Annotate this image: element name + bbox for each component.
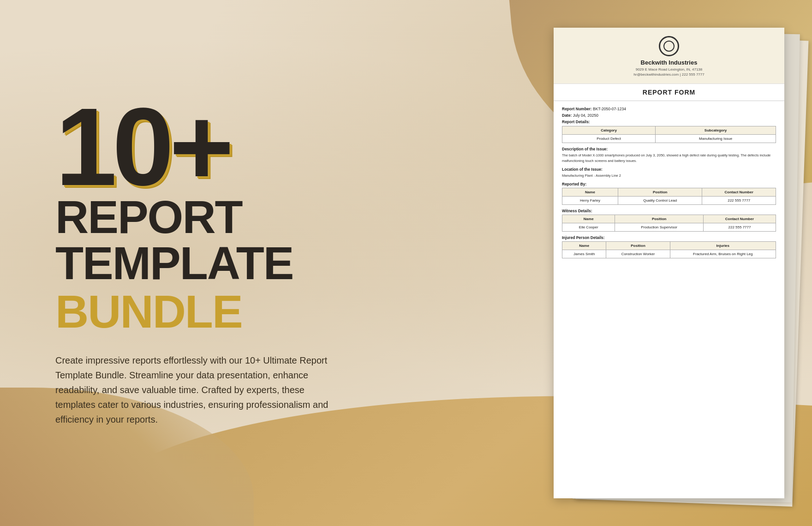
report-details-field: Report Details: — [562, 120, 776, 124]
left-section: 10 + REPORT TEMPLATE BUNDLE Create impre… — [28, 0, 388, 526]
report-number-value: BKT-2050-07-1234 — [593, 107, 626, 111]
injured-name-header: Name — [562, 242, 606, 250]
hero-number: 10 — [55, 100, 169, 194]
doc-header: Beckwith Industries 9029 E Mace Road Lex… — [554, 28, 784, 84]
report-number-field: Report Number: BKT-2050-07-1234 — [562, 107, 776, 111]
date-value: July 04, 20250 — [573, 113, 598, 118]
category-header: Category — [562, 126, 656, 135]
right-section: Beckwith Industries 9029 E Mace Road Lex… — [554, 28, 794, 498]
description-text: The batch of Model X-1000 smartphones pr… — [562, 153, 776, 163]
table-row: Herry Farley Quality Control Lead 222 55… — [562, 197, 776, 205]
injured-name-value: James Smith — [562, 250, 606, 258]
witness-position-value: Production Supervisor — [615, 223, 703, 232]
description-title: Description of the Issue: — [562, 147, 776, 151]
company-contact: hr@beckwithindustries.com | 222 555 7777 — [563, 72, 775, 77]
injured-table: Name Position Injuries James Smith Const… — [562, 241, 776, 258]
injured-position-value: Construction Worker — [606, 250, 670, 258]
injured-injuries-header: Injuries — [670, 242, 776, 250]
table-row: James Smith Construction Worker Fracture… — [562, 250, 776, 258]
hero-template-line: TEMPLATE — [55, 240, 360, 286]
reported-position-value: Quality Control Lead — [618, 197, 702, 205]
hero-report-line: REPORT — [55, 194, 360, 240]
location-text: Manufacturing Plant - Assembly Line 2 — [562, 173, 776, 178]
logo-inner-circle — [663, 41, 675, 52]
injured-position-header: Position — [606, 242, 670, 250]
reported-position-header: Position — [618, 188, 702, 197]
hero-bundle-text: BUNDLE — [55, 286, 242, 337]
date-label: Date: — [562, 113, 572, 118]
category-table: Category Subcategory Product Defect Manu… — [562, 126, 776, 143]
hero-report-text: REPORT — [55, 191, 242, 243]
location-title: Location of the Issue: — [562, 167, 776, 172]
hero-bundle-line: BUNDLE — [55, 288, 360, 335]
table-row: Elle Cooper Production Supervisor 222 55… — [562, 223, 776, 232]
witness-table: Name Position Contact Number Elle Cooper… — [562, 215, 776, 232]
main-document: Beckwith Industries 9029 E Mace Road Lex… — [554, 28, 784, 498]
witness-name-header: Name — [562, 215, 615, 223]
subcategory-header: Subcategory — [656, 126, 776, 135]
doc-title: REPORT FORM — [563, 89, 775, 96]
company-logo — [659, 36, 679, 56]
witness-position-header: Position — [615, 215, 703, 223]
company-name: Beckwith Industries — [563, 59, 775, 66]
reported-contact-header: Contact Number — [702, 188, 776, 197]
reported-name-header: Name — [562, 188, 618, 197]
witness-contact-header: Contact Number — [703, 215, 776, 223]
hero-template-text: TEMPLATE — [55, 237, 293, 289]
table-row: Product Defect Manufacturing Issue — [562, 135, 776, 143]
witness-name-value: Elle Cooper — [562, 223, 615, 232]
injured-title: Injured Person Details: — [562, 235, 776, 240]
reported-by-table: Name Position Contact Number Herry Farle… — [562, 188, 776, 205]
subcategory-value: Manufacturing Issue — [656, 135, 776, 143]
reported-name-value: Herry Farley — [562, 197, 618, 205]
reported-by-title: Reported By: — [562, 182, 776, 186]
reported-contact-value: 222 555 7777 — [702, 197, 776, 205]
company-address: 9029 E Mace Road Lexington, IN, 47138 — [563, 67, 775, 72]
report-details-label: Report Details: — [562, 120, 590, 124]
doc-body: Report Number: BKT-2050-07-1234 Date: Ju… — [554, 101, 784, 268]
hero-plus: + — [169, 100, 229, 194]
hero-number-row: 10 + — [55, 100, 360, 194]
doc-title-bar: REPORT FORM — [554, 84, 784, 101]
witness-title: Witness Details: — [562, 209, 776, 213]
date-field: Date: July 04, 20250 — [562, 113, 776, 118]
injured-injuries-value: Fractured Arm, Bruises on Right Leg — [670, 250, 776, 258]
hero-description: Create impressive reports effortlessly w… — [55, 353, 341, 427]
witness-contact-value: 222 555 7777 — [703, 223, 776, 232]
report-number-label: Report Number: — [562, 107, 592, 111]
category-value: Product Defect — [562, 135, 656, 143]
